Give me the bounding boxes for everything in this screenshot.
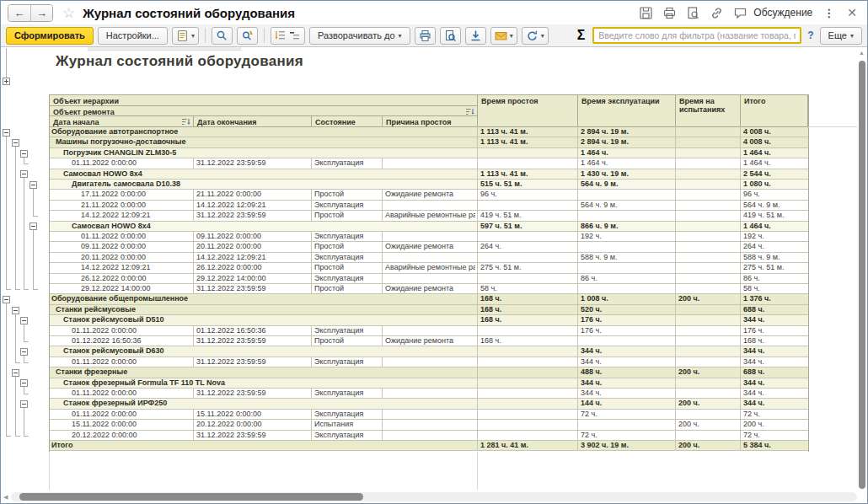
table-row[interactable]: 21.11.2022 0:00:0014.12.2022 12:09:21Экс… (49, 201, 808, 211)
table-row[interactable]: 14.12.2022 12:09:2126.12.2022 0:00:00Про… (49, 263, 808, 273)
group-row[interactable]: Станок рейсмусовый D510168 ч.176 ч.344 ч… (49, 315, 808, 325)
table-row[interactable]: 01.12.2022 16:50:3631.12.2022 23:59:59Пр… (49, 336, 808, 346)
horizontal-scrollbar[interactable]: ◀ (1, 491, 857, 502)
collapse-group-icon[interactable] (20, 400, 28, 408)
discussion-icon[interactable] (733, 6, 747, 20)
scroll-up-icon[interactable]: ▲ (859, 50, 865, 56)
table-row[interactable]: 17.11.2022 0:00:0021.11.2022 0:00:00Прос… (49, 190, 808, 200)
header-total[interactable]: Итого (740, 94, 808, 127)
group-collapse-buttons[interactable] (271, 27, 305, 45)
favorite-star-icon[interactable]: ☆ (62, 4, 75, 22)
forward-button[interactable]: → (30, 5, 52, 21)
table-row[interactable]: 29.12.2022 14:00:0031.12.2022 23:59:59Пр… (49, 284, 808, 294)
sort-icon[interactable] (466, 108, 474, 116)
collapse-group-icon[interactable] (12, 139, 19, 147)
header-downtime[interactable]: Время простоя (477, 94, 577, 127)
header-state[interactable]: Состояние (311, 115, 382, 127)
group-label: Самосвал HOWO 8x4 (72, 222, 475, 232)
group-row[interactable]: Оборудование общепромышленное168 ч.1 008… (49, 294, 808, 304)
print-preview-button[interactable] (440, 27, 461, 45)
horizontal-scrollbar-track[interactable] (11, 492, 857, 501)
group-row[interactable]: Самосвал HOWO 8x41 113 ч. 41 м.1 430 ч. … (49, 169, 808, 180)
collapse-group-icon[interactable] (29, 223, 37, 230)
link-icon[interactable] (710, 6, 724, 20)
header-testing-time[interactable]: Время на испытаниях (675, 94, 740, 127)
group-row[interactable]: Машины погрузочно-доставочные1 113 ч. 41… (49, 137, 808, 147)
expand-header-icon[interactable] (3, 78, 10, 85)
group-row[interactable]: Оборудование автотранспортное1 113 ч. 41… (49, 127, 808, 137)
sort-icon[interactable] (182, 118, 190, 127)
send-mail-button[interactable]: ▾ (490, 27, 517, 45)
cell-total: 168 ч. (743, 336, 806, 346)
header-date-start[interactable]: Дата начала (49, 115, 193, 127)
collapse-group-icon[interactable] (20, 348, 28, 356)
group-row[interactable]: Погрузчик CHANGLIN ZLM30-51 464 ч.1 464 … (49, 148, 808, 158)
table-row[interactable]: 01.11.2022 0:00:0015.11.2022 0:00:00Эксп… (49, 410, 808, 420)
vertical-scrollbar-thumb[interactable] (859, 61, 865, 489)
table-row[interactable]: 15.11.2022 0:00:0020.12.2022 0:00:00Испы… (49, 420, 808, 430)
collapse-group-icon[interactable] (3, 296, 10, 303)
refresh-button[interactable]: ▾ (522, 27, 549, 45)
header-repair-object[interactable]: Объект ремонта (49, 105, 477, 116)
collapse-group-icon[interactable] (20, 170, 28, 178)
cell-date-end: 31.12.2022 23:59:59 (196, 284, 309, 294)
total-row[interactable]: Итого1 281 ч. 41 м.3 902 ч. 19 м.200 ч.5… (49, 441, 808, 451)
tree-line (24, 356, 24, 362)
close-icon[interactable]: ✕ (845, 6, 859, 19)
report-table[interactable]: Журнал состояний оборудования Объект иер… (49, 47, 857, 504)
horizontal-scrollbar-thumb[interactable] (19, 493, 363, 501)
table-row[interactable]: 01.11.2022 0:00:0031.12.2022 23:59:59Экс… (49, 158, 808, 169)
back-button[interactable]: ← (8, 5, 30, 21)
report-variants-button[interactable]: ▾ (172, 27, 199, 45)
table-row[interactable]: 09.11.2022 0:00:0020.11.2022 0:00:00Прос… (49, 242, 808, 252)
discussion-label[interactable]: Обсуждение (753, 7, 812, 19)
collapse-group-icon[interactable] (12, 307, 19, 314)
collapse-group-icon[interactable] (20, 379, 28, 387)
table-row[interactable]: 14.12.2022 12:09:2131.12.2022 23:59:59Пр… (49, 211, 808, 221)
collapse-group-icon[interactable] (20, 317, 28, 324)
group-row[interactable]: Станок рейсмусовый D630344 ч.344 ч. (49, 346, 808, 357)
header-downtime-reason[interactable]: Причина простоя (382, 115, 477, 127)
group-label: Станок рейсмусовый D510 (63, 315, 475, 325)
table-row[interactable]: 01.11.2022 0:00:0001.12.2022 16:50:36Экс… (49, 326, 808, 336)
cell-downtime: 168 ч. (480, 294, 576, 304)
collapse-group-icon[interactable] (12, 369, 19, 377)
find-next-button[interactable] (237, 27, 258, 45)
vertical-scrollbar[interactable]: ▲ (858, 48, 866, 491)
collapse-group-icon[interactable] (20, 150, 28, 158)
preview-icon[interactable] (686, 6, 700, 20)
cell-date-start: 09.11.2022 0:00:00 (81, 242, 191, 252)
table-row[interactable]: 01.11.2022 0:00:0009.11.2022 0:00:00Эксп… (49, 232, 808, 242)
settings-button[interactable]: Настройки... (98, 27, 168, 45)
filter-input[interactable] (592, 27, 801, 44)
header-operation-time[interactable]: Время эксплуатации (577, 94, 675, 127)
find-button[interactable] (212, 27, 233, 45)
help-icon[interactable]: ? (807, 29, 813, 41)
header-date-end[interactable]: Дата окончания (193, 115, 311, 127)
group-row[interactable]: Двигатель самосвала D10.38515 ч. 51 м.56… (49, 180, 808, 190)
kebab-menu-icon[interactable]: ⋮ (822, 7, 836, 19)
group-row[interactable]: Станок фрезерный Formula TF 110 TL Nova3… (49, 378, 808, 389)
scroll-left-icon[interactable]: ◀ (3, 494, 8, 501)
print-icon[interactable] (662, 6, 677, 20)
generate-button[interactable]: Сформировать (6, 27, 94, 45)
collapse-group-icon[interactable] (3, 129, 10, 137)
save-icon[interactable] (639, 6, 653, 20)
collapse-group-icon[interactable] (29, 181, 37, 189)
header-hierarchy-object[interactable]: Объект иерархии (49, 94, 477, 105)
table-row[interactable]: 26.12.2022 0:00:0029.12.2022 14:00:00Экс… (49, 274, 808, 284)
group-row[interactable]: Станок фрезерный ИРФ250144 ч.200 ч.344 ч… (49, 399, 808, 409)
group-label: Станки рейсмусовые (56, 305, 475, 315)
save-result-button[interactable] (465, 27, 486, 45)
table-row[interactable]: 01.11.2022 0:00:0031.12.2022 23:59:59Экс… (49, 389, 808, 399)
table-row[interactable]: 20.11.2022 0:00:0014.12.2022 12:09:21Экс… (49, 253, 808, 263)
table-row[interactable]: 01.11.2022 0:00:0031.12.2022 23:59:59Экс… (49, 357, 808, 367)
sum-selected-icon[interactable]: Σ (577, 28, 586, 43)
group-row[interactable]: Станки фрезерные488 ч.200 ч.688 ч. (49, 367, 808, 378)
more-button[interactable]: Еще▾ (820, 27, 862, 45)
print-button[interactable] (415, 27, 436, 45)
expand-to-button[interactable]: Разворачивать до▾ (309, 27, 410, 45)
group-row[interactable]: Самосвал HOWO 8x4597 ч. 51 м.866 ч. 9 м.… (49, 222, 808, 232)
table-row[interactable]: 20.12.2022 0:00:0031.12.2022 23:59:59Экс… (49, 431, 808, 441)
group-row[interactable]: Станки рейсмусовые168 ч.520 ч.688 ч. (49, 305, 808, 315)
